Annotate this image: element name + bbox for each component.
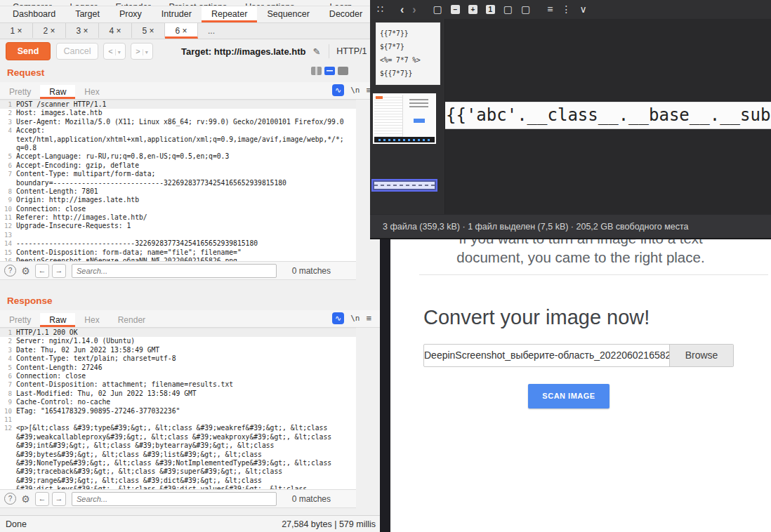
burp-overflow-tab-row: ComparerLoggerExtenderProject optionsUse… bbox=[0, 0, 380, 6]
repeater-tab-row: 1 ×2 ×3 ×4 ×5 ×6 ×... bbox=[0, 23, 380, 39]
request-search-input[interactable] bbox=[72, 264, 277, 278]
screenshot-thumbnail[interactable] bbox=[373, 93, 436, 144]
scan-image-button[interactable]: SCAN IMAGE bbox=[528, 384, 609, 408]
browse-button[interactable]: Browse bbox=[669, 345, 733, 366]
image-preview-area: {{'abc'.__class__.__base__.__subclasses_… bbox=[445, 19, 771, 215]
edit-target-pencil-icon[interactable]: ✎ bbox=[312, 46, 320, 57]
viewer-toolbar: ∷‹›▢−+1▢▢≡⋮∨ bbox=[370, 0, 771, 20]
request-view-tab[interactable]: Raw bbox=[40, 85, 75, 99]
dropdown-icon[interactable]: ∨ bbox=[579, 0, 586, 19]
prettify-icon[interactable]: ∿ bbox=[332, 312, 344, 324]
request-line: boundary=---------------------------3226… bbox=[0, 179, 356, 187]
request-line: 13 bbox=[0, 231, 356, 239]
history-back-button[interactable]: <▾ bbox=[103, 43, 126, 60]
request-view-tab[interactable]: Pretty bbox=[0, 85, 40, 99]
repeater-tab[interactable]: ... bbox=[198, 23, 225, 38]
burp-main-tab[interactable]: Proxy bbox=[110, 6, 152, 21]
help-icon[interactable]: ? bbox=[4, 265, 16, 277]
gear-icon[interactable]: ⚙ bbox=[20, 493, 32, 504]
response-line: 6Connection: close bbox=[0, 372, 356, 380]
repeater-tab[interactable]: 4 × bbox=[99, 23, 132, 38]
show-newlines-icon[interactable]: \n bbox=[350, 86, 360, 95]
request-line: 5Accept-Language: ru-RU,ru;q=0.8,en-US;q… bbox=[0, 152, 356, 161]
grid-icon[interactable]: ∷ bbox=[377, 0, 383, 19]
request-line: 8Content-Length: 7801 bbox=[0, 187, 356, 196]
response-view-tab[interactable]: Pretty bbox=[0, 313, 40, 327]
response-line: &#39;dict_keys&#39;&gt;, &lt;class &#39;… bbox=[0, 485, 356, 489]
cancel-button[interactable]: Cancel bbox=[56, 43, 98, 60]
next-match-icon[interactable]: → bbox=[52, 492, 66, 506]
repeater-tab[interactable]: 5 × bbox=[132, 23, 165, 38]
divider bbox=[329, 44, 329, 58]
response-view-tab[interactable]: Raw bbox=[40, 313, 75, 327]
zoom-in-icon[interactable]: + bbox=[468, 5, 477, 14]
repeater-tab[interactable]: 1 × bbox=[0, 23, 33, 38]
request-line: 15Content-Disposition: form-data; name="… bbox=[0, 248, 356, 257]
repeater-tab[interactable]: 6 × bbox=[165, 23, 198, 39]
show-newlines-icon[interactable]: \n bbox=[350, 314, 360, 323]
list-icon[interactable]: ≡ bbox=[547, 0, 553, 19]
rows-layout-icon[interactable] bbox=[324, 67, 335, 75]
single-layout-icon[interactable] bbox=[338, 67, 348, 75]
response-view-tab[interactable]: Hex bbox=[75, 313, 108, 327]
repeater-tab[interactable]: 3 × bbox=[66, 23, 99, 38]
convert-image-page: If you want to turn an image into a text… bbox=[390, 229, 771, 532]
selected-payload-thumbnail[interactable] bbox=[371, 179, 437, 192]
next-match-icon[interactable]: → bbox=[52, 264, 66, 278]
fit-height-icon[interactable]: ▢ bbox=[521, 0, 530, 19]
burp-main-tab[interactable]: Decoder bbox=[319, 6, 372, 21]
request-view-tab[interactable]: Hex bbox=[75, 85, 108, 99]
response-line: 1HTTP/1.1 200 OK bbox=[0, 328, 356, 337]
burp-status-bar: Done 27,584 bytes | 579 millis bbox=[0, 515, 380, 532]
burp-main-tab[interactable]: Sequencer bbox=[257, 6, 319, 21]
burp-main-tab[interactable]: Target bbox=[65, 6, 110, 21]
status-done: Done bbox=[6, 519, 27, 529]
layout-buttons bbox=[311, 67, 348, 75]
repeater-tab[interactable]: 2 × bbox=[33, 23, 66, 38]
back-icon[interactable]: ‹ bbox=[400, 0, 404, 19]
forward-icon[interactable]: › bbox=[412, 0, 416, 19]
response-line: &#39;range&#39;&gt;, &lt;class &#39;dict… bbox=[0, 477, 356, 485]
more-icon[interactable]: ⋮ bbox=[561, 0, 571, 19]
file-upload-field[interactable]: DeepinScreenshot_выберите-область_202206… bbox=[423, 344, 734, 367]
request-line: 7Content-Type: multipart/form-data; bbox=[0, 170, 356, 178]
prettify-icon[interactable]: ∿ bbox=[332, 84, 344, 96]
send-button[interactable]: Send bbox=[6, 42, 51, 60]
request-line: 3User-Agent: Mozilla/5.0 (X11; Linux x86… bbox=[0, 118, 356, 126]
zoom-out-icon[interactable]: − bbox=[451, 5, 460, 14]
fit-width-icon[interactable]: ▢ bbox=[503, 0, 513, 19]
response-line: 8Last-Modified: Thu, 02 Jun 2022 13:58:4… bbox=[0, 390, 356, 398]
response-view-tab[interactable]: Render bbox=[109, 313, 154, 327]
columns-layout-icon[interactable] bbox=[311, 67, 322, 75]
response-line: &#39;bytes&#39;&gt;, &lt;class &#39;list… bbox=[0, 451, 356, 459]
http-version-selector[interactable]: HTTP/1 bbox=[336, 46, 367, 56]
prev-match-icon[interactable]: ← bbox=[35, 264, 49, 278]
editor-menu-icon[interactable]: ≡ bbox=[366, 313, 371, 324]
response-line: 4Content-Type: text/plain; charset=utf-8 bbox=[0, 354, 356, 363]
help-icon[interactable]: ? bbox=[4, 493, 16, 505]
response-search-input[interactable] bbox=[72, 492, 277, 506]
history-forward-button[interactable]: >▾ bbox=[131, 43, 153, 60]
burp-main-tab[interactable]: Repeater bbox=[202, 6, 257, 22]
response-line: &#39;NoneType&#39;&gt;, &lt;class &#39;N… bbox=[0, 459, 356, 467]
gear-icon[interactable]: ⚙ bbox=[20, 265, 32, 276]
prev-match-icon[interactable]: ← bbox=[35, 492, 49, 506]
convert-heading: Convert your image now! bbox=[423, 306, 650, 329]
actual-size-icon[interactable]: 1 bbox=[486, 5, 495, 14]
fit-window-icon[interactable]: ▢ bbox=[433, 0, 442, 19]
request-line: 4Accept: bbox=[0, 126, 356, 135]
request-editor[interactable]: 1POST /scanner HTTP/1.1 2Host: images.la… bbox=[0, 100, 356, 261]
request-line: 1POST /scanner HTTP/1.1 bbox=[0, 100, 356, 109]
repeater-toolbar: Send Cancel <▾ >▾ Target: http://images.… bbox=[0, 39, 380, 63]
response-editor[interactable]: 1HTTP/1.1 200 OK 2Server: nginx/1.14.0 (… bbox=[0, 328, 356, 489]
request-match-count: 0 matches bbox=[292, 266, 331, 276]
divider bbox=[419, 274, 768, 275]
request-line: 9Origin: http://images.late.htb bbox=[0, 196, 356, 204]
burp-main-tab[interactable]: Dashboard bbox=[3, 6, 65, 21]
burp-main-tab[interactable]: Intruder bbox=[152, 6, 202, 21]
request-line: q=0.8 bbox=[0, 144, 356, 152]
response-line: 9Cache-Control: no-cache bbox=[0, 398, 356, 406]
response-line: &#39;traceback&#39;&gt;, &lt;class &#39;… bbox=[0, 467, 356, 476]
ssti-payloads-thumbnail[interactable]: {{7*7}}${7*7}<%= 7*7 %>${{7*7}} bbox=[376, 22, 440, 85]
thumbnail-panel: {{7*7}}${7*7}<%= 7*7 %>${{7*7}} bbox=[370, 19, 445, 215]
